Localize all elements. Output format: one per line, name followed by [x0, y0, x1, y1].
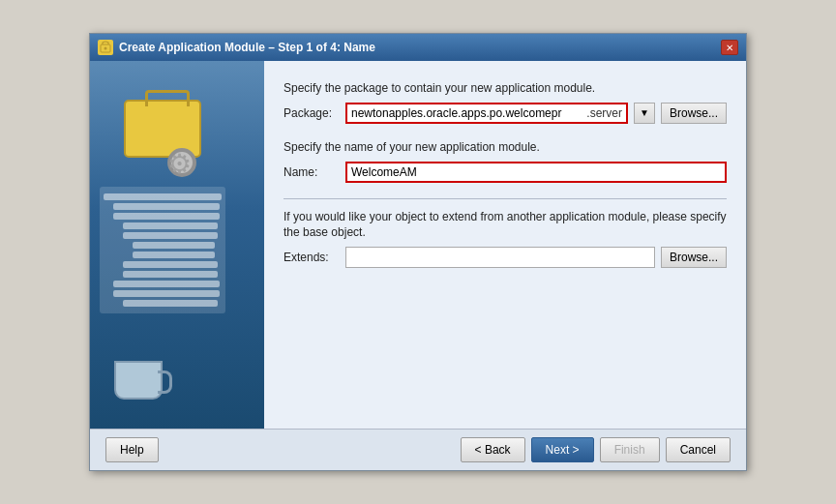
name-section: Specify the name of your new application…: [284, 139, 727, 183]
package-description: Specify the package to contain your new …: [284, 80, 727, 97]
tree-line: [123, 261, 218, 268]
name-label: Name:: [284, 165, 340, 179]
tree-line: [133, 242, 215, 249]
extends-description: If you would like your object to extend …: [284, 209, 727, 242]
cup-icon: [114, 361, 163, 400]
tree-line: [104, 193, 222, 200]
package-browse-button[interactable]: Browse...: [661, 103, 727, 124]
name-description: Specify the name of your new application…: [284, 139, 727, 156]
name-input[interactable]: [345, 162, 727, 183]
package-dropdown-button[interactable]: ▼: [634, 103, 655, 124]
tree-line: [113, 281, 220, 287]
package-section: Specify the package to contain your new …: [284, 80, 727, 124]
package-label: Package:: [284, 106, 340, 120]
extends-input[interactable]: [345, 247, 655, 268]
tree-line: [113, 213, 220, 220]
wizard-image: [90, 61, 264, 429]
dialog-body: Specify the package to contain your new …: [90, 61, 746, 429]
package-input[interactable]: [345, 103, 582, 124]
help-button[interactable]: Help: [105, 437, 159, 462]
right-panel: Specify the package to contain your new …: [264, 61, 746, 429]
tree-line: [123, 300, 218, 307]
dropdown-arrow-icon: ▼: [640, 107, 649, 118]
name-row: Name:: [284, 162, 727, 183]
dialog-title: Create Application Module – Step 1 of 4:…: [119, 41, 375, 54]
package-row: Package: .server ▼ Browse...: [284, 103, 727, 124]
left-panel: [90, 61, 264, 429]
divider: [284, 198, 727, 199]
bottom-bar: Help < Back Next > Finish Cancel: [90, 429, 746, 470]
extends-section: If you would like your object to extend …: [284, 209, 727, 269]
title-bar-left: Create Application Module – Step 1 of 4:…: [98, 40, 375, 55]
dialog-window: Create Application Module – Step 1 of 4:…: [89, 33, 747, 471]
extends-label: Extends:: [284, 251, 340, 264]
tree-line: [113, 203, 220, 210]
package-input-wrapper: .server: [345, 103, 628, 124]
svg-point-1: [104, 47, 107, 50]
finish-button[interactable]: Finish: [600, 437, 660, 462]
tree-line: [123, 232, 218, 239]
cancel-button[interactable]: Cancel: [666, 437, 731, 462]
bottom-right: < Back Next > Finish Cancel: [461, 437, 731, 462]
gear-icon: [167, 148, 196, 177]
tree-line: [123, 222, 218, 229]
tree-line: [113, 290, 220, 297]
next-button[interactable]: Next >: [531, 437, 594, 462]
extends-row: Extends: Browse...: [284, 247, 727, 268]
tree-line: [133, 252, 215, 258]
wizard-icon: [98, 40, 113, 55]
close-button[interactable]: ✕: [721, 40, 738, 55]
package-suffix: .server: [582, 103, 628, 124]
bottom-left: Help: [105, 437, 159, 462]
back-button[interactable]: < Back: [461, 437, 525, 462]
tree-line: [123, 271, 218, 278]
extends-browse-button[interactable]: Browse...: [661, 247, 727, 268]
tree-panel: [100, 187, 225, 313]
title-bar: Create Application Module – Step 1 of 4:…: [90, 34, 746, 61]
